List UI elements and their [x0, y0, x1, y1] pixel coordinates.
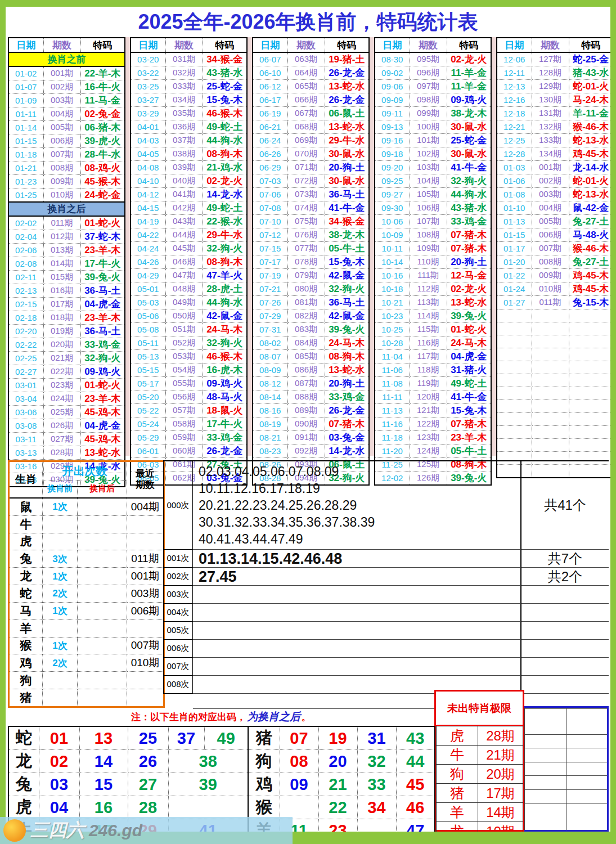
draw-code: 23-羊-木	[80, 244, 125, 257]
draw-table-header-row: 日期期数特码	[8, 38, 125, 52]
draw-date: 04-19	[131, 215, 165, 228]
stats-row: 蛇2次003期	[9, 585, 164, 603]
note-line: 注：以下生肖的对应出码， 为换肖之后 。	[8, 708, 434, 726]
draw-row	[497, 400, 613, 413]
draw-code: 17-牛-火	[203, 417, 247, 431]
draw-row: 10-28116期24-马-木	[375, 336, 491, 350]
count-row: 004次	[163, 604, 609, 622]
draw-row: 01-23009期45-猴-木	[8, 175, 125, 188]
draw-row: 04-15042期49-蛇-土	[131, 201, 247, 215]
draw-code: 猪-43-水	[569, 66, 613, 80]
draw-table-4: 日期期数特码08-30095期02-龙-火09-02096期11-羊-金09-0…	[374, 37, 492, 486]
map-number: 46	[396, 796, 435, 819]
draw-date: 08-07	[253, 350, 287, 363]
draw-period: 099期	[410, 107, 447, 120]
draw-period: 025期	[43, 406, 80, 419]
map-number: 14	[79, 750, 128, 773]
count-label: 002次	[163, 567, 193, 586]
draw-row: 01-08003期蛇-13-水	[497, 188, 613, 201]
draw-row: 04-22044期29-牛-水	[131, 228, 247, 242]
count-numbers	[193, 658, 521, 676]
draw-date: 01-21	[8, 161, 43, 175]
draw-date: 06-10	[253, 66, 287, 80]
draw-code: 17-牛-火	[80, 257, 125, 271]
draw-row: 05-13053期46-猴-木	[131, 350, 247, 363]
draw-code: 34-猴-金	[325, 215, 369, 228]
draw-date: 03-11	[8, 433, 43, 446]
draw-date: 05-03	[131, 296, 165, 309]
draw-period: 085期	[287, 350, 325, 363]
draw-code	[569, 335, 613, 348]
count-numbers: 27.45	[193, 568, 521, 586]
main-table: 日期期数特码换肖之前01-02001期22-羊-木01-07002期16-牛-火…	[8, 37, 608, 456]
map-number: 20	[318, 750, 357, 773]
draw-period: 083期	[287, 323, 325, 336]
draw-period: 033期	[165, 80, 203, 93]
draw-period: 100期	[410, 120, 447, 134]
draw-row: 01-27011期兔-15-木	[497, 296, 613, 309]
draw-period: 056期	[165, 390, 203, 404]
stats-row: 牛	[9, 515, 164, 533]
draw-row: 08-07085期08-狗-木	[253, 350, 369, 363]
draw-date: 06-12	[253, 80, 287, 93]
draw-date: 08-19	[253, 417, 287, 431]
draw-period: 121期	[410, 404, 447, 417]
count-row: 003次	[163, 586, 609, 604]
map-number: 37	[168, 726, 204, 750]
empty-grid-cell	[525, 789, 566, 803]
draw-row: 06-10064期26-龙-金	[253, 66, 369, 80]
draw-date: 09-09	[375, 93, 410, 107]
map-number: 34	[357, 796, 396, 819]
draw-date: 01-10	[497, 201, 532, 215]
draw-period: 017期	[43, 298, 80, 311]
draw-date: 05-29	[131, 431, 165, 445]
draw-period: 034期	[165, 93, 203, 107]
draw-date: 01-07	[8, 80, 43, 94]
draw-code: 39-兔-火	[447, 309, 491, 323]
draw-period: 114期	[410, 309, 447, 323]
draw-date: 05-22	[131, 404, 165, 417]
draw-row: 04-19043期22-猴-水	[131, 215, 247, 228]
draw-code: 蛇-13-水	[569, 188, 613, 201]
draw-period: 118期	[410, 363, 447, 377]
draw-code: 20-狗-土	[447, 255, 491, 269]
draw-row: 04-10040期02-龙-火	[131, 174, 247, 188]
count-label: 000次	[163, 461, 193, 550]
draw-code: 20-狗-土	[325, 377, 369, 390]
draw-period: 042期	[165, 201, 203, 215]
draw-code: 02-龙-火	[447, 282, 491, 296]
draw-period: 060期	[165, 445, 203, 458]
draw-code: 44-狗-水	[203, 134, 247, 147]
count-label: 001次	[163, 549, 193, 568]
draw-period: 010期	[532, 282, 569, 296]
draw-row: 09-20103期41-牛-金	[375, 161, 491, 174]
draw-code: 02-龙-火	[447, 52, 491, 66]
empty-grid	[524, 706, 609, 832]
count-line: 02.03.04.05.06.07.08.09	[199, 463, 520, 480]
draw-period: 007期	[43, 148, 80, 161]
draw-period: 076期	[287, 228, 325, 242]
draw-period: 011期	[532, 296, 569, 309]
empty-grid-cell	[525, 707, 566, 735]
map-number: 27	[128, 773, 168, 796]
map-number: 03	[39, 773, 79, 796]
draw-period: 134期	[532, 147, 569, 161]
draw-period: 065期	[287, 80, 325, 93]
map-number: 19	[318, 726, 357, 750]
draw-period: 013期	[43, 244, 80, 257]
draw-period: 115期	[410, 323, 447, 336]
count-row: 008次	[163, 676, 609, 694]
draw-row: 05-15054期16-虎-木	[131, 363, 247, 377]
limit-period: 28期	[478, 726, 523, 746]
period-header: 期数	[410, 38, 447, 52]
count-label: 007次	[163, 657, 193, 676]
draw-period: 111期	[410, 269, 447, 282]
draw-row: 换肖之后	[8, 202, 125, 216]
draw-row: 10-06107期33-鸡-金	[375, 215, 491, 228]
draw-code: 12-马-金	[447, 269, 491, 282]
draw-date: 09-16	[375, 134, 410, 147]
draw-date: 12-21	[497, 120, 532, 134]
draw-period: 050期	[165, 309, 203, 323]
note-text-end: 。	[302, 711, 311, 724]
draw-date: 02-25	[8, 352, 43, 365]
